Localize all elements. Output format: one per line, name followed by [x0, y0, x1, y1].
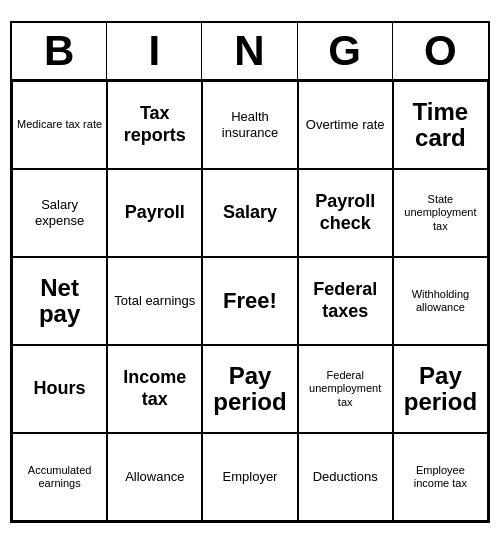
bingo-cell: Federal unemployment tax: [298, 345, 393, 433]
bingo-cell: Medicare tax rate: [12, 81, 107, 169]
bingo-cell: Employer: [202, 433, 297, 521]
header-letter: O: [393, 23, 488, 79]
bingo-cell: Pay period: [202, 345, 297, 433]
header-letter: G: [298, 23, 393, 79]
bingo-cell: Total earnings: [107, 257, 202, 345]
bingo-cell: Hours: [12, 345, 107, 433]
bingo-cell: Tax reports: [107, 81, 202, 169]
bingo-cell: Withholding allowance: [393, 257, 488, 345]
bingo-cell: Employee income tax: [393, 433, 488, 521]
bingo-cell: Salary expense: [12, 169, 107, 257]
header-letter: I: [107, 23, 202, 79]
bingo-cell: Overtime rate: [298, 81, 393, 169]
bingo-card: BINGO Medicare tax rateTax reportsHealth…: [10, 21, 490, 523]
bingo-cell: Pay period: [393, 345, 488, 433]
bingo-cell: Accumulated earnings: [12, 433, 107, 521]
bingo-cell: Deductions: [298, 433, 393, 521]
bingo-header: BINGO: [12, 23, 488, 81]
header-letter: B: [12, 23, 107, 79]
bingo-cell: Net pay: [12, 257, 107, 345]
bingo-cell: Time card: [393, 81, 488, 169]
bingo-cell: Payroll: [107, 169, 202, 257]
bingo-cell: Allowance: [107, 433, 202, 521]
bingo-cell: Salary: [202, 169, 297, 257]
bingo-cell: Free!: [202, 257, 297, 345]
bingo-cell: Payroll check: [298, 169, 393, 257]
bingo-cell: Health insurance: [202, 81, 297, 169]
bingo-cell: Federal taxes: [298, 257, 393, 345]
bingo-cell: State unemployment tax: [393, 169, 488, 257]
bingo-cell: Income tax: [107, 345, 202, 433]
bingo-grid: Medicare tax rateTax reportsHealth insur…: [12, 81, 488, 521]
header-letter: N: [202, 23, 297, 79]
